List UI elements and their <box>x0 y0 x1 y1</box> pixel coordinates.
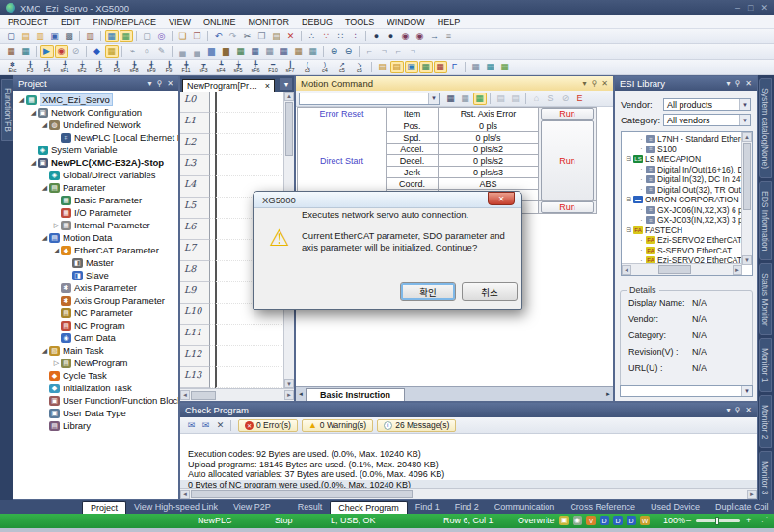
scroll-right-icon[interactable]: ► <box>747 490 757 499</box>
window-grid-4-icon[interactable]: ▦ <box>278 45 291 58</box>
connection-led-icon[interactable]: ◉ <box>573 516 582 525</box>
dock-tab-result[interactable]: Result <box>290 501 331 514</box>
replace-all-icon[interactable]: ◉ <box>414 30 427 42</box>
ladder-symbol-c5-button[interactable]: ↗c5 <box>334 60 351 74</box>
esi-item-ls-mecapion[interactable]: ⊟LSLS MECAPION <box>622 154 752 165</box>
bracket-open-2-icon[interactable]: ⌐ <box>392 45 406 58</box>
write-to-plc-icon[interactable]: ▦ <box>105 30 119 42</box>
ladder-rung[interactable]: L13 <box>180 367 294 388</box>
run-plc-icon[interactable]: ▶ <box>40 45 54 58</box>
check-message-line[interactable]: Auto allocated variables: 37 Bytes are u… <box>180 469 757 480</box>
monitor-window-icon[interactable]: ▦ <box>434 61 447 73</box>
tree-expander-icon[interactable]: ◢ <box>40 347 49 355</box>
tab-eds-information[interactable]: EDS Information <box>759 181 772 260</box>
tree-item-system-variable[interactable]: ◈System Variable <box>13 144 178 156</box>
esi-item-s-servo-ethercat[interactable]: ·FAS-SERVO EtherCAT <box>622 246 752 256</box>
window-grid-5-icon[interactable]: ▦ <box>292 45 306 58</box>
window-split-2-icon[interactable]: ▦ <box>19 45 33 58</box>
doc-v-icon[interactable]: V <box>586 516 596 525</box>
esi-item-l7nh-standard-ethercat-drive[interactable]: ·⌗L7NH - Standard EtherCAT drive(CoE,EoE… <box>622 134 752 145</box>
trend-window-icon[interactable]: ▦ <box>498 61 512 73</box>
tree-item-undefined-network[interactable]: ◢◍Undefined Network <box>13 119 178 131</box>
tree-item-i-o-parameter[interactable]: ▦I/O Parameter <box>13 206 178 219</box>
paste-icon[interactable]: ▤ <box>270 30 283 42</box>
tab-scroll-right-icon[interactable]: ► <box>603 388 613 400</box>
scrollbar-thumb[interactable] <box>285 102 293 156</box>
doc-d1-icon[interactable]: D <box>600 516 609 525</box>
tree-expander-icon[interactable]: ◢ <box>17 96 26 104</box>
tree-item-axis-group-parameter[interactable]: ✱Axis Group Parameter <box>13 294 178 306</box>
axis-select-combobox[interactable]: ▼ <box>299 93 440 105</box>
tree-item-master[interactable]: ◧Master <box>13 256 178 269</box>
motion-value-cell[interactable]: Rst. Axis Error <box>439 108 539 120</box>
scroll-left-icon[interactable]: ◄ <box>180 390 190 400</box>
window-grid-1-icon[interactable]: ▦ <box>234 45 248 58</box>
emergency-stop-icon[interactable]: E <box>574 93 587 105</box>
vendor-combobox[interactable]: All products ▼ <box>663 98 751 111</box>
ladder-symbol-f3-button[interactable]: ╂F3 <box>22 60 39 74</box>
menu-find-replace[interactable]: FIND/REPLACE <box>93 17 157 27</box>
scroll-left-icon[interactable]: ◄ <box>180 490 190 499</box>
scrollbar-thumb[interactable] <box>743 143 751 210</box>
esi-item-digital-in-out-16-16-dc-in-2[interactable]: ·⌗Digital In/Out(16+16), DC In 24V, TR O… <box>622 165 752 175</box>
ladder-symbol-f9-button[interactable]: ┣F9 <box>161 60 177 74</box>
stop-plc-icon[interactable]: ◉ <box>55 45 68 58</box>
variable-window-icon[interactable]: ▦ <box>469 61 483 73</box>
ladder-rung[interactable]: L12 <box>180 346 294 367</box>
tool-wrench-icon[interactable]: ⌁ <box>126 45 140 58</box>
ladder-rung[interactable]: L0 <box>180 92 294 113</box>
menu-online[interactable]: ONLINE <box>203 17 236 27</box>
copy-icon[interactable]: ❐ <box>255 30 269 42</box>
menu-monitor[interactable]: MONITOR <box>249 17 289 27</box>
comment-icon[interactable]: ❏ <box>176 30 190 42</box>
import-messages-icon[interactable]: ✉ <box>200 419 213 432</box>
paste-special-icon[interactable]: ▥ <box>84 30 97 42</box>
ladder-symbol-sf1-button[interactable]: ╀sF1 <box>57 60 73 74</box>
panel-menu-icon[interactable]: ▾ <box>147 79 151 88</box>
tool-scan-icon[interactable]: ○ <box>141 45 154 58</box>
esi-item-omron-corporation[interactable]: ⊟▬OMRON CORPORATION <box>622 195 752 205</box>
memo-icon[interactable]: ❐ <box>191 30 204 42</box>
find-next-icon[interactable]: ● <box>385 30 398 42</box>
tree-item-ethercat-parameter[interactable]: ◢◆EtherCAT Parameter <box>13 244 178 256</box>
open-project-icon[interactable]: ▤ <box>19 30 33 42</box>
project-window-icon[interactable]: ▤ <box>376 61 389 73</box>
tree-expander-icon[interactable]: ◢ <box>40 121 49 129</box>
dock-tab-find-1[interactable]: Find 1 <box>408 501 447 514</box>
save-project-icon[interactable]: ▣ <box>48 30 62 42</box>
warnings-badge[interactable]: ▲ 0 Warning(s) <box>302 419 373 432</box>
esi-item-gx-jc06-in-x2-x3-6-port-junc[interactable]: ·⌗GX-JC06(IN,X2,X3) 6 port junction slav… <box>622 205 752 216</box>
tree-expander-icon[interactable]: ◢ <box>29 159 38 167</box>
window-grid-2-icon[interactable]: ▦ <box>249 45 262 58</box>
motion-value-cell[interactable]: 0 pls/s2 <box>439 144 539 155</box>
tab-close-icon[interactable]: × <box>265 81 270 91</box>
scrollbar-thumb[interactable] <box>191 391 216 400</box>
simulator-icon[interactable]: ◎ <box>155 30 169 42</box>
ladder-symbol-f10-button[interactable]: ━F10 <box>265 60 281 74</box>
disable-icon[interactable]: ⊘ <box>559 93 573 105</box>
tree-item-axis-parameter[interactable]: ✱Axis Parameter <box>13 281 178 294</box>
esi-tree-hscrollbar[interactable]: ◄ ► <box>622 263 742 275</box>
scroll-down-icon[interactable]: ▼ <box>284 379 294 388</box>
close-project-icon[interactable]: ▥ <box>34 30 47 42</box>
tree-item-slave[interactable]: ◨Slave <box>13 269 178 281</box>
window-grid-3-icon[interactable]: ▦ <box>263 45 277 58</box>
esi-item-s100[interactable]: ·⌗S100 <box>622 145 752 155</box>
zoom-in-icon[interactable]: + <box>746 516 751 525</box>
ladder-symbol-f5-button[interactable]: ┠F5 <box>92 60 108 74</box>
scroll-right-icon[interactable]: ► <box>284 390 294 400</box>
dock-tab-view-p2p[interactable]: View P2P <box>226 501 279 514</box>
servo-all-icon[interactable]: ▦ <box>459 93 472 105</box>
tab-list-dropdown-icon[interactable]: ▼ <box>280 78 292 90</box>
dock-tab-duplicate-coil[interactable]: Duplicate Coil <box>707 501 774 514</box>
message-window-icon[interactable]: ▤ <box>390 61 404 73</box>
tree-item-cycle-task[interactable]: ◆Cycle Task <box>13 369 178 382</box>
run-button[interactable]: Run <box>541 201 594 213</box>
motion-value-cell[interactable]: 0 pls/s2 <box>439 155 539 167</box>
new-project-icon[interactable]: ▢ <box>5 30 18 42</box>
zoom-in-icon[interactable]: ⊕ <box>328 45 341 58</box>
replace-icon[interactable]: ◉ <box>399 30 413 42</box>
tab-basic-instruction[interactable]: Basic Instruction <box>306 388 405 401</box>
servo-on-icon[interactable]: ▦ <box>444 93 458 105</box>
ladder-symbol-c3-button[interactable]: (c3 <box>300 60 316 74</box>
